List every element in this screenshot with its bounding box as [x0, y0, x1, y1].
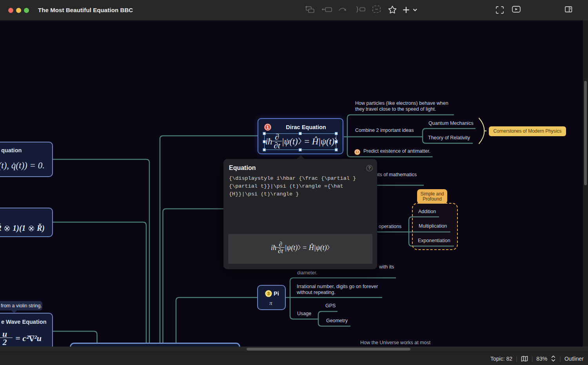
svg-text:?: ? — [368, 166, 370, 170]
svg-text:3: 3 — [267, 292, 270, 296]
